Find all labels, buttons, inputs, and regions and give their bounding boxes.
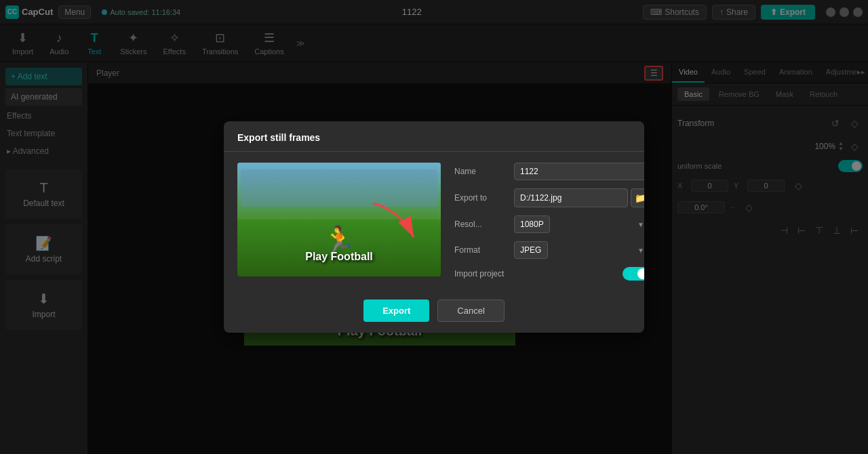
dialog-body: 🏃 Play Football Name Export to 📁 xyxy=(224,152,644,291)
dialog-preview: 🏃 Play Football xyxy=(237,163,441,276)
preview-inner: 🏃 Play Football xyxy=(237,163,441,276)
format-select[interactable]: JPEG PNG BMP xyxy=(514,241,548,259)
resolution-select-wrapper: 720P 1080P 4K ▼ xyxy=(514,215,644,233)
format-select-wrapper: JPEG PNG BMP ▼ xyxy=(514,241,644,259)
preview-stands xyxy=(241,169,437,207)
form-format-row: Format JPEG PNG BMP ▼ xyxy=(454,241,644,259)
export-to-label: Export to xyxy=(454,193,509,203)
import-project-toggle[interactable] xyxy=(623,267,644,281)
form-import-project-row: Import project xyxy=(454,267,644,281)
resolution-select[interactable]: 720P 1080P 4K xyxy=(514,215,550,233)
preview-title: Play Football xyxy=(237,251,441,263)
dialog-export-button[interactable]: Export xyxy=(363,300,429,322)
export-to-input[interactable] xyxy=(514,188,628,207)
dialog-title: Export still frames xyxy=(224,121,644,152)
dialog-form: Name Export to 📁 Resol... 720P 10 xyxy=(454,163,644,281)
dialog-toggle-knob xyxy=(637,268,644,279)
export-to-field-group: 📁 xyxy=(514,188,644,207)
dialog-overlay: Export still frames 🏃 Play Football Name xyxy=(0,0,868,454)
name-label: Name xyxy=(454,167,509,176)
resolution-label: Resol... xyxy=(454,220,509,229)
format-select-arrow: ▼ xyxy=(637,247,644,254)
form-export-to-row: Export to 📁 xyxy=(454,188,644,207)
folder-browse-button[interactable]: 📁 xyxy=(631,188,644,207)
form-name-row: Name xyxy=(454,163,644,180)
export-dialog: Export still frames 🏃 Play Football Name xyxy=(224,121,644,333)
resolution-select-arrow: ▼ xyxy=(637,221,644,228)
dialog-cancel-button[interactable]: Cancel xyxy=(437,300,504,322)
name-input[interactable] xyxy=(514,163,644,180)
import-project-label: Import project xyxy=(454,269,504,278)
dialog-footer: Export Cancel xyxy=(224,291,644,333)
format-label: Format xyxy=(454,245,509,255)
form-resolution-row: Resol... 720P 1080P 4K ▼ xyxy=(454,215,644,233)
